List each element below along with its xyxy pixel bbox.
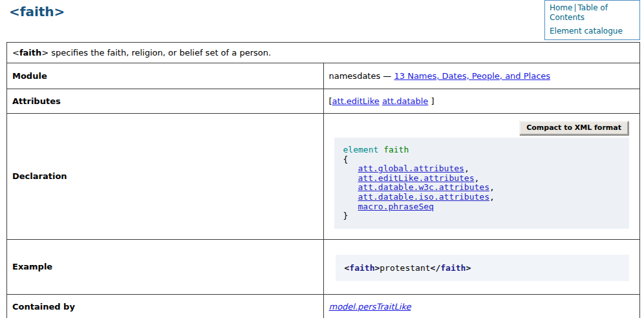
- contained-by-label: Contained by: [7, 294, 324, 318]
- module-value-cell: namesdates — 13 Names, Dates, People, an…: [323, 63, 640, 89]
- decl-ref-line: att.datable.iso.attributes,: [343, 193, 623, 202]
- decl-ref-line: macro.phraseSeq: [343, 202, 623, 212]
- decl-ref-line: att.editLike.attributes,: [343, 174, 623, 184]
- element-spec-table: <faith> specifies the faith, religion, o…: [6, 42, 640, 318]
- example-text-content: protestant: [380, 263, 430, 273]
- declaration-value-cell: Compact to XML format element faith{att.…: [323, 114, 640, 240]
- comma: ,: [489, 182, 495, 192]
- description-cell: <faith> specifies the faith, religion, o…: [7, 43, 640, 63]
- example-open-tag-name: faith: [349, 263, 374, 273]
- ref-link-att-editlike-attributes[interactable]: att.editLike.attributes: [358, 173, 475, 183]
- declaration-code-block: element faith{att.global.attributes,att.…: [334, 138, 630, 229]
- contained-by-value-cell: model.persTraitLike: [323, 294, 640, 318]
- attributes-label: Attributes: [7, 89, 324, 114]
- rnc-keyword-element: element: [343, 145, 379, 154]
- decl-ref-line: att.datable.w3c.attributes,: [343, 183, 623, 193]
- description-text: specifies the faith, religion, or belief…: [48, 48, 271, 58]
- attribute-class-link-editlike[interactable]: att.editLike: [332, 96, 380, 106]
- attribute-class-link-datable[interactable]: att.datable: [382, 96, 428, 106]
- model-class-link-perstraitlike[interactable]: model.persTraitLike: [329, 302, 411, 312]
- example-close-tag-name: faith: [440, 263, 466, 273]
- module-chapter-link[interactable]: 13 Names, Dates, People, and Places: [394, 71, 551, 81]
- module-name: namesdates —: [329, 71, 394, 81]
- declaration-row: Declaration Compact to XML format elemen…: [7, 114, 640, 240]
- top-nav-box: Home|Table of Contents Element catalogue: [544, 0, 640, 40]
- decl-line-element: element faith: [343, 145, 623, 155]
- example-value-cell: <faith>protestant</faith>: [323, 239, 640, 294]
- nav-line-2: Element catalogue: [550, 26, 635, 36]
- decl-close-brace: }: [343, 211, 623, 221]
- example-close-gt: >: [466, 263, 471, 273]
- space: [378, 145, 383, 154]
- example-code-block: <faith>protestant</faith>: [336, 255, 630, 281]
- ref-link-macro-phraseseq[interactable]: macro.phraseSeq: [358, 202, 434, 211]
- decl-open-brace: {: [343, 155, 623, 165]
- nav-link-home[interactable]: Home: [550, 3, 572, 12]
- desc-gt: >: [41, 48, 48, 58]
- declaration-label: Declaration: [7, 114, 324, 240]
- rnc-element-name: faith: [383, 145, 409, 154]
- page-header: <faith> Home|Table of Contents Element c…: [0, 0, 644, 42]
- description-row: <faith> specifies the faith, religion, o…: [7, 43, 640, 63]
- comma: ,: [464, 164, 469, 173]
- contained-by-row: Contained by model.persTraitLike: [7, 294, 640, 318]
- ref-link-att-global-attributes[interactable]: att.global.attributes: [358, 164, 464, 173]
- compact-to-xml-button[interactable]: Compact to XML format: [519, 121, 628, 135]
- attributes-value-cell: [att.editLike att.datable ]: [323, 89, 640, 114]
- desc-tag-name: faith: [19, 48, 41, 58]
- module-label: Module: [7, 63, 324, 89]
- nav-separator: |: [574, 3, 576, 12]
- attributes-row: Attributes [att.editLike att.datable ]: [7, 89, 640, 114]
- module-row: Module namesdates — 13 Names, Dates, Peo…: [7, 63, 640, 89]
- example-label: Example: [7, 239, 324, 294]
- ref-link-att-datable-iso-attributes[interactable]: att.datable.iso.attributes: [358, 192, 490, 202]
- attributes-close-bracket: ]: [431, 96, 434, 106]
- nav-link-element-catalogue[interactable]: Element catalogue: [550, 26, 623, 36]
- decl-ref-line: att.global.attributes,: [343, 164, 623, 174]
- nav-line-1: Home|Table of Contents: [550, 3, 635, 23]
- comma: ,: [475, 173, 480, 183]
- comma: ,: [489, 192, 495, 202]
- desc-lt: <: [12, 48, 19, 58]
- example-close-lt: </: [431, 263, 441, 273]
- ref-link-att-datable-w3c-attributes[interactable]: att.datable.w3c.attributes: [358, 182, 490, 192]
- example-row: Example <faith>protestant</faith>: [7, 239, 640, 294]
